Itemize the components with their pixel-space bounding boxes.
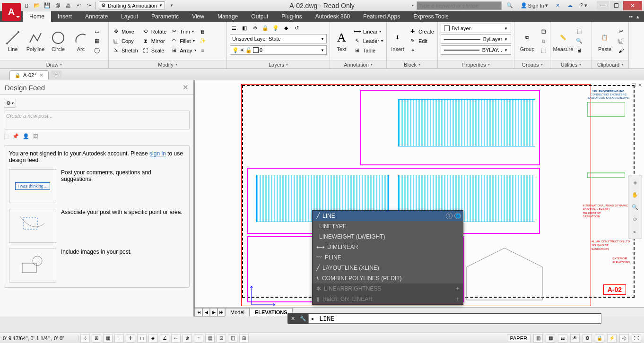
calc-icon[interactable]: 🖩: [575, 46, 583, 55]
array-tool[interactable]: ⊞Array▾: [169, 46, 197, 55]
vp-close-icon[interactable]: ✕: [638, 82, 642, 88]
model-tab[interactable]: Model: [225, 308, 250, 316]
mention-icon[interactable]: 👤: [23, 133, 29, 139]
coordinates[interactable]: 0'-9 17/64", 0'-1 1/4" , 0'-0": [3, 335, 78, 341]
group-tool[interactable]: ⧉ Group: [516, 30, 538, 52]
select-all-icon[interactable]: ⬚: [575, 27, 583, 36]
workspace-switcher[interactable]: ⚙ Drafting & Annotation ▼: [99, 1, 165, 9]
a360-icon[interactable]: ☁: [565, 1, 575, 9]
model-space-button[interactable]: PAPER: [507, 334, 531, 342]
ac-item[interactable]: LINEWEIGHT (LWEIGHT): [313, 232, 463, 242]
layer-freeze-icon[interactable]: ❄: [251, 24, 259, 32]
tab-plugins[interactable]: Plug-ins: [275, 11, 308, 22]
cmd-close-icon[interactable]: ✕: [287, 316, 298, 322]
panel-title-clipboard[interactable]: Clipboard: [592, 60, 628, 69]
exchange-icon[interactable]: ✕: [553, 1, 563, 9]
hatch-icon[interactable]: ▦: [93, 37, 101, 45]
layer-prev-icon[interactable]: ↺: [292, 24, 301, 32]
edit-attr-tool[interactable]: ⌖: [408, 46, 435, 55]
command-input[interactable]: [319, 315, 598, 322]
maximize-button[interactable]: ☐: [610, 1, 622, 10]
tab-insert[interactable]: Insert: [51, 11, 78, 22]
tab-a360[interactable]: Autodesk 360: [309, 11, 357, 22]
pin-icon[interactable]: 📌: [12, 133, 19, 139]
qv-drawings-icon[interactable]: ▦: [546, 334, 555, 343]
infocenter-search[interactable]: [417, 1, 502, 10]
lineweight-dropdown[interactable]: BYLAY...▼: [441, 45, 511, 55]
showmotion-icon[interactable]: ▸: [630, 226, 640, 237]
redo-icon[interactable]: ↷: [85, 2, 93, 9]
insert-block-tool[interactable]: ⬇ Insert: [389, 30, 407, 52]
color-dropdown[interactable]: ByLayer▼: [441, 24, 511, 33]
internet-help-icon[interactable]: 🌐: [454, 213, 461, 219]
plot-icon[interactable]: 🖶: [64, 2, 72, 9]
move-tool[interactable]: ✥Move: [111, 27, 139, 36]
help-icon[interactable]: ?: [446, 213, 453, 219]
tab-express[interactable]: Express Tools: [407, 11, 455, 22]
sign-in-link[interactable]: sign in: [149, 150, 166, 157]
app-menu-button[interactable]: [2, 3, 21, 21]
minimize-button[interactable]: —: [597, 1, 609, 10]
rectangle-icon[interactable]: ▭: [93, 27, 101, 36]
isolate-icon[interactable]: ◎: [619, 334, 629, 343]
arc-tool[interactable]: Arc: [70, 30, 92, 52]
search-arrow-icon[interactable]: ▸: [412, 3, 414, 8]
layer-current-dropdown[interactable]: 💡 ☀ 🔓 0 ▼: [230, 45, 327, 55]
cut-icon[interactable]: ✂: [617, 27, 625, 36]
tab-output[interactable]: Output: [244, 11, 275, 22]
snap-icon[interactable]: ⊞: [92, 334, 101, 343]
ac-item[interactable]: ⟷DIMLINEAR: [313, 242, 463, 252]
tab-manage[interactable]: Manage: [211, 11, 244, 22]
line-tool[interactable]: Line: [2, 30, 24, 52]
help-icon[interactable]: ? ▾: [577, 1, 590, 9]
panel-title-block[interactable]: Block: [387, 60, 437, 69]
close-button[interactable]: ✕: [623, 1, 642, 10]
group-edit-icon[interactable]: ⧈: [539, 37, 548, 45]
panel-title-groups[interactable]: Groups: [514, 60, 550, 69]
create-block-tool[interactable]: ✚Create: [408, 27, 435, 36]
measure-tool[interactable]: 📏 Measure: [552, 30, 574, 52]
ac-item[interactable]: LINETYPE: [313, 221, 463, 232]
otrack-icon[interactable]: ∠: [160, 334, 169, 343]
prev-layout-icon[interactable]: ◀: [202, 308, 210, 317]
next-layout-icon[interactable]: ▶: [210, 308, 218, 317]
pan-icon[interactable]: ✋: [630, 189, 640, 200]
file-tab[interactable]: 🔒 A-02* ✕: [9, 70, 49, 80]
ellipse-icon[interactable]: ◯: [93, 46, 101, 55]
undo-icon[interactable]: ↶: [75, 2, 82, 9]
osnap-icon[interactable]: ◻: [137, 334, 147, 343]
dim-linear-tool[interactable]: ⟷Linear▾: [352, 27, 384, 36]
rotate-tool[interactable]: ⟲Rotate: [140, 27, 168, 36]
close-icon[interactable]: ✕: [39, 72, 44, 78]
ac-item[interactable]: ╱LAYOUTLINE (XLINE): [313, 263, 463, 273]
orbit-icon[interactable]: ⟳: [630, 214, 640, 224]
ribbon-collapse-icon[interactable]: ▴: [636, 14, 639, 20]
open-icon[interactable]: 📂: [33, 2, 41, 9]
area-icon[interactable]: ⬚: [4, 133, 9, 139]
layer-match-icon[interactable]: ◆: [282, 24, 290, 32]
tpy-icon[interactable]: ▤: [205, 334, 215, 343]
saveas-icon[interactable]: 🗐: [54, 2, 61, 9]
new-tab-button[interactable]: +: [51, 70, 62, 79]
tab-parametric[interactable]: Parametric: [145, 11, 185, 22]
offset-icon[interactable]: ≡: [199, 46, 207, 55]
full-nav-icon[interactable]: ◈: [630, 177, 640, 188]
edit-block-tool[interactable]: ✎Edit: [408, 37, 435, 45]
polar-icon[interactable]: ✛: [126, 334, 135, 343]
ac-item[interactable]: 〰PLINE: [313, 252, 463, 263]
anno-vis-icon[interactable]: 👁: [570, 334, 580, 343]
panel-title-modify[interactable]: Modify: [109, 60, 226, 69]
layer-off-icon[interactable]: 💡: [271, 24, 280, 32]
feed-settings-button[interactable]: ⚙▾: [4, 99, 16, 108]
cmd-customize-icon[interactable]: 🔧: [298, 316, 308, 322]
text-tool[interactable]: A Text: [332, 30, 351, 52]
stretch-tool[interactable]: ⇲Stretch: [111, 46, 139, 55]
sign-in-button[interactable]: 👤 Sign In ▾: [518, 1, 551, 9]
ac-item[interactable]: ✱LINEARBRIGHTNESS+: [313, 283, 463, 294]
fillet-tool[interactable]: ◠Fillet▾: [169, 37, 197, 45]
vp-maximize-icon[interactable]: ☐: [631, 82, 636, 88]
create-post-input[interactable]: Create a new post...: [4, 111, 190, 129]
vp-minimize-icon[interactable]: —: [624, 82, 629, 88]
am-icon[interactable]: ⊞: [239, 334, 249, 343]
copy-clip-icon[interactable]: ⿻: [617, 37, 625, 45]
